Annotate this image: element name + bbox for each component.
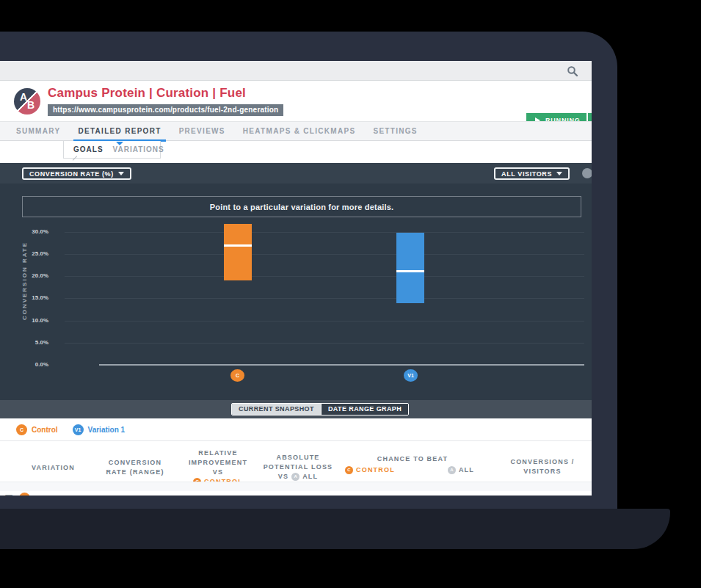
chart-view-toggle: CURRENT SNAPSHOT DATE RANGE GRAPH: [231, 403, 409, 415]
chart-legend: C Control V1 Variation 1: [0, 418, 592, 441]
chevron-down-icon: [118, 172, 124, 175]
y-tick-label: 25.0%: [15, 250, 48, 257]
x-axis-line: [99, 364, 584, 366]
control-axis-marker: C: [230, 369, 244, 382]
conversion-chart: Point to a particular variation for more…: [0, 184, 592, 400]
subtab-variations[interactable]: VARIATIONS: [113, 145, 164, 153]
campaign-header: A B Campus Protein | Curation | Fuel htt…: [0, 81, 592, 121]
legend-control[interactable]: C Control: [16, 424, 58, 435]
y-tick-label: 30.0%: [15, 228, 48, 235]
page-title: Campus Protein | Curation | Fuel: [48, 86, 246, 101]
header-line: RELATIVE: [178, 449, 258, 458]
header-line: VS: [178, 468, 258, 477]
gridline: [65, 343, 584, 344]
search-icon[interactable]: [567, 65, 578, 77]
column-header-chance-to-beat: CHANCE TO BEAT C CONTROL A ALL: [344, 454, 482, 475]
tab-detailed-report-label: DETAILED REPORT: [78, 127, 161, 135]
subtab-goals[interactable]: GOALS: [73, 145, 103, 153]
laptop-base: [0, 509, 670, 549]
legend-variation1[interactable]: V1 Variation 1: [73, 424, 126, 435]
header-line: IMPROVEMENT: [178, 458, 258, 468]
header-line: RATE (RANGE): [92, 468, 178, 477]
legend-control-label: Control: [32, 426, 58, 434]
chance-all-label: ALL: [459, 465, 474, 475]
table-header-divider: [0, 482, 592, 491]
variation1-marker-icon: V1: [73, 424, 84, 435]
logo-letter-b: B: [27, 99, 34, 111]
mean-line: [396, 270, 424, 272]
date-range-graph-button[interactable]: DATE RANGE GRAPH: [321, 404, 408, 415]
chevron-down-icon: [556, 172, 562, 175]
gridline: [65, 232, 584, 233]
header-line: CHANCE TO BEAT: [344, 454, 482, 464]
y-tick-label: 0.0%: [15, 361, 48, 368]
vs-all-label: ALL: [302, 472, 318, 482]
grid-view-icon[interactable]: ▦: [4, 493, 13, 496]
column-header-conversions-visitors: CONVERSIONS / VISITORS: [501, 457, 584, 476]
gridline: [65, 321, 584, 322]
chart-panel-header: CONVERSION RATE (%) ALL VISITORS: [0, 163, 592, 184]
ab-logo: A B: [14, 88, 40, 115]
tab-settings[interactable]: SETTINGS: [373, 121, 417, 141]
header-line: ABSOLUTE: [258, 453, 338, 462]
header-line: POTENTIAL LOSS: [258, 462, 338, 472]
gridline: [65, 276, 584, 277]
y-tick-label: 10.0%: [15, 317, 48, 324]
gridline: [65, 254, 584, 255]
variation1-range-bar[interactable]: [396, 233, 424, 303]
vs-label: VS: [278, 472, 288, 482]
main-tabbar: SUMMARY DETAILED REPORT PREVIEWS HEATMAP…: [0, 121, 592, 141]
campaign-url-link[interactable]: https://www.campusprotein.com/products/f…: [48, 104, 283, 116]
current-snapshot-button[interactable]: CURRENT SNAPSHOT: [232, 404, 321, 415]
control-marker-icon: C: [345, 466, 353, 474]
logo-letter-a: A: [20, 91, 27, 103]
y-tick-label: 15.0%: [15, 294, 48, 301]
variation1-axis-marker: V1: [404, 369, 418, 382]
gridline: [65, 298, 584, 299]
results-table: VARIATION CONVERSION RATE (RANGE) RELATI…: [0, 441, 592, 496]
control-marker-icon: C: [19, 493, 30, 496]
chart-footer: CURRENT SNAPSHOT DATE RANGE GRAPH: [0, 400, 592, 418]
mean-line: [224, 244, 252, 247]
segment-dropdown[interactable]: ALL VISITORS: [494, 167, 570, 180]
header-line: CONVERSION: [92, 458, 178, 468]
tab-previews[interactable]: PREVIEWS: [179, 121, 225, 141]
column-header-variation: VARIATION: [18, 463, 88, 473]
all-marker-icon: A: [291, 473, 299, 481]
chart-note: Point to a particular variation for more…: [210, 203, 394, 211]
metric-dropdown-label: CONVERSION RATE (%): [29, 170, 114, 178]
chance-control-label: CONTROL: [356, 465, 395, 475]
report-subtabs: GOALS VARIATIONS: [63, 141, 161, 159]
legend-variation1-label: Variation 1: [88, 426, 126, 434]
segment-dropdown-label: ALL VISITORS: [501, 170, 552, 178]
chart-note-box: Point to a particular variation for more…: [22, 196, 581, 217]
subtab-goals-label: GOALS: [73, 145, 103, 153]
control-table-row: ▦ C: [0, 491, 592, 496]
tab-heatmaps-clickmaps[interactable]: HEATMAPS & CLICKMAPS: [243, 121, 356, 141]
column-header-absolute-potential-loss: ABSOLUTE POTENTIAL LOSS VS A ALL: [258, 453, 338, 482]
top-bar: [0, 61, 592, 81]
header-line: VISITORS: [501, 467, 584, 476]
metric-dropdown[interactable]: CONVERSION RATE (%): [22, 167, 131, 180]
header-line: CONVERSIONS /: [501, 457, 584, 467]
all-marker-icon: A: [448, 466, 456, 474]
goals-active-tick: [73, 156, 77, 160]
y-tick-label: 20.0%: [15, 272, 48, 279]
header-line: VARIATION: [18, 463, 88, 473]
tab-detailed-report[interactable]: DETAILED REPORT: [78, 121, 161, 141]
column-header-conversion-rate: CONVERSION RATE (RANGE): [92, 458, 178, 477]
active-tab-caret-icon: [116, 142, 123, 145]
tab-summary[interactable]: SUMMARY: [16, 121, 60, 141]
app-screen: A B Campus Protein | Curation | Fuel htt…: [0, 61, 592, 496]
help-icon[interactable]: [582, 168, 592, 178]
control-marker-icon: C: [16, 424, 27, 435]
y-tick-label: 5.0%: [15, 339, 48, 346]
control-range-bar[interactable]: [224, 224, 252, 281]
